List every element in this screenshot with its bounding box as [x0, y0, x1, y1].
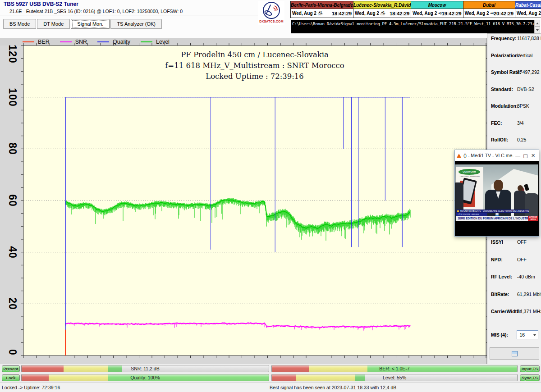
world-clock: Moscow Wed, Aug 2 +3 19:42:29: [411, 1, 463, 18]
mis-label: MIS (4):: [491, 332, 517, 337]
sync-ts-button[interactable]: Sync TS: [520, 374, 540, 381]
minimize-button[interactable]: —: [514, 153, 522, 158]
ticker-tag: [463, 221, 468, 222]
y-axis-label: 40: [6, 246, 18, 259]
parameter-value: 11617,838 MHz: [517, 36, 541, 42]
app-window: TBS 5927 USB DVB-S2 Tuner 21.6E - Eutels…: [0, 0, 541, 392]
signal-chart: [20, 42, 490, 359]
parameter-row: NPD: OFF: [491, 257, 540, 263]
ts-stripes-icon: [512, 351, 518, 356]
y-axis-label: 60: [6, 194, 18, 207]
headline-text: 1ÈRE ÉDITION DU FORUM AFRICAIN DE L'INDU…: [456, 217, 528, 220]
console-scrollbar: [534, 20, 540, 33]
logo-caption: DXSATCS.COM: [259, 20, 283, 23]
vlc-window: () - Medi1 TV - VLC me... — ▢ ✕ CODINORM…: [454, 150, 539, 237]
dxsatcs-logo: DXSATCS.COM: [258, 1, 284, 25]
headline-bar: 1ÈRE ÉDITION DU FORUM AFRICAIN DE L'INDU…: [456, 216, 538, 221]
y-axis-label: 20: [6, 298, 18, 310]
parameter-row: RollOff: 0.25: [491, 137, 540, 143]
clock-time: 18:42:29: [332, 11, 352, 16]
clock-time: 20:42:29: [494, 11, 513, 16]
lock-button[interactable]: Lock: [2, 374, 20, 381]
vlc-cone-icon: [457, 151, 461, 158]
parameter-row: Modulation: 8PSK: [491, 103, 540, 109]
header-divider: [0, 15, 258, 15]
scroll-up-button[interactable]: [534, 20, 540, 27]
clock-time: 19:42:29: [442, 11, 462, 16]
parameter-label: RollOff:: [491, 137, 517, 143]
parameter-value: Vertical: [517, 53, 532, 59]
parameter-value: OFF: [517, 257, 527, 263]
arrow-down-icon: [536, 29, 539, 32]
parameter-label: FEC:: [491, 120, 517, 127]
vlc-titlebar[interactable]: () - Medi1 TV - VLC me... — ▢ ✕: [455, 150, 539, 161]
parameter-value: -40 dBm: [517, 274, 535, 280]
parameter-row: ISSYI OFF: [491, 239, 540, 246]
clock-city: Lučenec-Slovakia_R.Dávid: [353, 1, 411, 9]
parameter-label: BitRate:: [491, 292, 517, 298]
world-clock: Berlin-Paris-Vienna-Belgrade Wed, Aug 2 …: [290, 1, 353, 18]
parameter-label: CarrierWidth:: [491, 309, 517, 315]
parameter-row: Frequency: 11617,838 MHz: [491, 36, 540, 42]
parameter-row: RF Level: -40 dBm: [491, 274, 540, 280]
scroll-down-button[interactable]: [534, 27, 540, 33]
params-top: Frequency: 11617,838 MHz Polarization: V…: [491, 36, 540, 154]
y-axis-label: 0: [6, 349, 18, 356]
ticker-text: Yémen: aide d'1 Md USD de l'Arabie saoud…: [468, 221, 527, 222]
mode-tabs: BS ModeDT ModeSignal Mon.TS Analyzer (OK…: [3, 19, 163, 29]
ts-tool-button[interactable]: [490, 347, 539, 360]
parameter-row: Symbol Rate: 27497,292 KS/s: [491, 69, 540, 76]
params-bottom: ISSYI OFF NPD: OFF RF Level: -40 dBm Bit…: [491, 239, 540, 326]
codinorm-subtitle: Côte d'Ivoire - Normalisation: [458, 176, 481, 178]
mis-dropdown[interactable]: 16: [517, 330, 538, 339]
parameter-row: CarrierWidth: 34,371 MHz: [491, 309, 540, 315]
clock-time: 18:42:29: [390, 11, 409, 16]
y-axis-label: 100: [6, 88, 18, 106]
satellite-dish-icon: [263, 2, 280, 19]
afrique-infos-badge: AFRIQUE INFOS: [528, 216, 538, 221]
world-clocks: Berlin-Paris-Vienna-Belgrade Wed, Aug 2 …: [291, 1, 540, 18]
clock-date: Wed, Aug 2: [413, 11, 437, 16]
monitoring-command-line[interactable]: C:\Users\Roman Dávid>Signal monitoring_P…: [291, 20, 534, 33]
parameter-label: Standard:: [491, 87, 517, 93]
parameter-value: 8PSK: [517, 103, 529, 109]
parameter-value: 0.25: [517, 137, 526, 143]
present-button[interactable]: Present: [2, 365, 20, 372]
parameter-value: DVB-S2: [517, 87, 534, 93]
status-bar: Locked -> Uptime: 72:39:16 Best signal h…: [0, 382, 541, 392]
world-clock: Lučenec-Slovakia_R.Dávid Wed, Aug 2 +1 D…: [353, 1, 411, 18]
medi1tv-logo: MEDI1TV: [527, 221, 538, 222]
tab[interactable]: TS Analyzer (OK): [110, 19, 162, 29]
clock-city: Rabat-Casablanca-London: [515, 1, 541, 9]
ticker-time: 19:42: [456, 221, 463, 222]
clock-date: Wed, Aug 2: [355, 11, 379, 16]
indicator-strip: Present SNR: 11,2 dB BER: < 1.0E-7 Input…: [0, 364, 541, 382]
signal-chart-panel: BER SNR Quality Level PF Prodelin 450 cm…: [0, 38, 487, 364]
maximize-button[interactable]: ▢: [522, 153, 529, 159]
chevron-down-icon: [533, 334, 536, 337]
level-bar: Level: 55%: [271, 374, 518, 381]
world-clock: Dubai Wed, Aug 2 +4 20:42:29: [463, 1, 515, 18]
parameter-value: 3/4: [517, 120, 524, 127]
tuner-subtitle: 21.6E - Eutelsat 21B _SES 16 (ID: 0216) …: [9, 9, 183, 14]
parameter-label: Modulation:: [491, 103, 517, 109]
codinorm-logo: CODINORM: [458, 169, 480, 175]
tab[interactable]: BS Mode: [3, 19, 36, 29]
tab[interactable]: DT Mode: [37, 19, 70, 29]
parameter-value: 61,291 Mbit/s: [517, 292, 541, 298]
lock-status: Locked -> Uptime: 72:39:16: [2, 385, 60, 390]
clock-city: Moscow: [411, 1, 463, 9]
clock-city: Berlin-Paris-Vienna-Belgrade: [291, 1, 353, 9]
y-axis-label: 120: [6, 45, 18, 63]
tab[interactable]: Signal Mon.: [71, 19, 110, 29]
parameter-value: OFF: [517, 239, 527, 246]
input-ts-button[interactable]: Input TS: [520, 365, 540, 372]
news-ticker: 19:42 Yémen: aide d'1 Md USD de l'Arabie…: [456, 221, 538, 222]
ber-bar: BER: < 1.0E-7: [271, 365, 518, 372]
parameter-row: Polarization: Vertical: [491, 53, 540, 59]
close-button[interactable]: ✕: [529, 153, 537, 159]
parameter-row: BitRate: 61,291 Mbit/s: [491, 292, 540, 298]
lower-third-name: MOUNIR DIABAGATE : COMMISSAIRE GL DU FOR…: [456, 210, 529, 213]
utc-offset: +3: [438, 12, 441, 14]
parameter-label: ISSYI: [491, 239, 517, 246]
